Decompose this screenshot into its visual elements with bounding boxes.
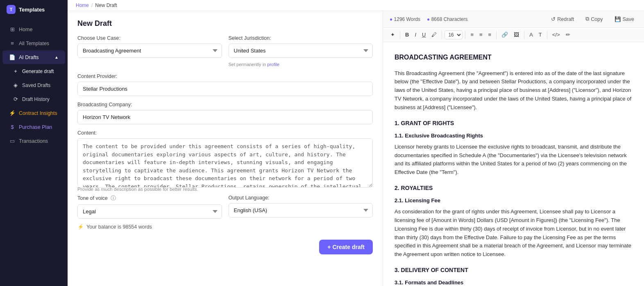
sidebar-item-all-templates-label: All Templates	[19, 41, 49, 46]
font-size-select[interactable]: 16	[444, 30, 463, 39]
tone-info-icon[interactable]: ⓘ	[111, 195, 116, 201]
sidebar-item-saved-drafts[interactable]: ◈ Saved Drafts	[6, 78, 65, 92]
jurisdiction-label: Select Jurisdiction:	[229, 35, 373, 41]
page-title: New Draft	[77, 19, 373, 28]
italic-btn[interactable]: I	[412, 30, 419, 39]
dollar-icon: $	[9, 124, 16, 130]
sidebar-item-transactions[interactable]: ▭ Transactions	[2, 134, 65, 148]
use-case-label: Choose Use Case:	[77, 35, 222, 41]
sidebar-item-draft-history-label: Draft History	[22, 96, 50, 102]
doc-intro: This Broadcasting Agreement (the "Agreem…	[395, 69, 633, 112]
create-draft-button[interactable]: + Create draft	[319, 240, 373, 254]
code-btn[interactable]: </>	[550, 30, 562, 39]
underline-btn[interactable]: U	[420, 30, 428, 39]
copy-button[interactable]: ⧉ Copy	[582, 14, 606, 24]
ordered-list-btn[interactable]: ≡	[477, 30, 485, 39]
doc-icon: 📄	[9, 54, 16, 60]
logo-icon: T	[7, 5, 16, 14]
doc-subsection-1-1-title: 1.1. Exclusive Broadcasting Rights	[395, 132, 633, 140]
content-label: Content:	[77, 130, 373, 136]
sidebar-item-contract-insights-label: Contract Insights	[19, 110, 57, 116]
link-btn[interactable]: 🔗	[499, 30, 510, 39]
lightning-balance-icon: ⚡	[77, 224, 84, 230]
breadcrumb-separator: /	[91, 2, 93, 8]
bold-btn[interactable]: B	[403, 30, 411, 39]
content-group: Content: The content to be provided unde…	[77, 130, 373, 192]
output-language-select[interactable]: English (USA)	[229, 203, 373, 217]
align-btn[interactable]: ≡	[486, 30, 494, 39]
breadcrumb-home-link[interactable]: Home	[76, 2, 89, 8]
doc-section-2-title: 2. ROYALTIES	[395, 183, 633, 192]
save-button[interactable]: 💾 Save	[611, 14, 638, 24]
doc-stats: ● 1296 Words ● 8668 Characters	[390, 16, 467, 22]
doc-content[interactable]: BROADCASTING AGREEMENT This Broadcasting…	[383, 42, 644, 286]
draw-btn[interactable]: ✏	[563, 30, 573, 39]
redraft-button[interactable]: ↺ Redraft	[548, 14, 577, 24]
breadcrumb: Home / New Draft	[68, 0, 644, 11]
sidebar-item-ai-drafts[interactable]: 📄 AI Drafts ▲	[2, 50, 65, 64]
text-color-btn[interactable]: A	[527, 30, 535, 39]
text-style-btn[interactable]: T	[536, 30, 544, 39]
doc-toolbar-top: ● 1296 Words ● 8668 Characters ↺ Redraft…	[383, 11, 644, 27]
magic-icon: ✦	[390, 32, 395, 38]
doc-title: BROADCASTING AGREEMENT	[395, 52, 633, 63]
balance-text: Your balance is 98554 words	[86, 224, 152, 230]
tone-select[interactable]: Legal	[77, 204, 222, 219]
image-btn[interactable]: 🖼	[511, 30, 522, 39]
breadcrumb-current: New Draft	[95, 2, 117, 8]
home-icon: ⊞	[9, 26, 16, 32]
sidebar-item-purchase-plan-label: Purchase Plan	[19, 124, 52, 130]
sidebar-sub-ai-drafts: + Generate draft ◈ Saved Drafts ⟳ Draft …	[0, 64, 68, 106]
sidebar-item-ai-drafts-label: AI Drafts	[19, 55, 39, 60]
content-provider-group: Content Provider:	[77, 73, 373, 96]
broadcasting-company-input[interactable]	[77, 110, 373, 124]
sidebar-item-all-templates[interactable]: ≡ All Templates	[2, 37, 65, 50]
sidebar-item-contract-insights[interactable]: ⚡ Contract Insights	[2, 106, 65, 120]
content-textarea[interactable]: The content to be provided under this ag…	[77, 138, 373, 188]
word-count: ● 1296 Words	[390, 16, 420, 22]
copy-icon: ⧉	[585, 16, 589, 22]
doc-subsection-2-1-title: 2.1. Licensing Fee	[395, 197, 633, 205]
redraft-icon: ↺	[551, 16, 556, 22]
doc-section-3-title: 3. DELIVERY OF CONTENT	[395, 265, 633, 275]
divider-4	[496, 31, 497, 39]
content-provider-input[interactable]	[77, 82, 373, 96]
plus-icon: +	[12, 68, 19, 74]
lightning-icon: ⚡	[9, 110, 16, 116]
bottom-options-row: Tone of voice ⓘ Legal Output Language: E…	[77, 195, 373, 219]
divider-2	[442, 31, 442, 39]
history-icon: ⟳	[12, 96, 19, 102]
sidebar-nav: ⊞ Home ≡ All Templates 📄 AI Drafts ▲ + G…	[0, 19, 68, 286]
chevron-up-icon: ▲	[54, 55, 59, 59]
save-icon: 💾	[615, 16, 621, 22]
content-provider-label: Content Provider:	[77, 73, 373, 79]
sidebar-logo-text: Templates	[19, 7, 45, 13]
main-content: Home / New Draft New Draft Choose Use Ca…	[68, 0, 644, 286]
form-panel: New Draft Choose Use Case: Broadcasting …	[68, 11, 383, 286]
divider-1	[400, 31, 400, 39]
bookmark-icon: ◈	[12, 82, 19, 88]
content-hint: Provide as much description as possible …	[77, 187, 373, 192]
divider-5	[524, 31, 524, 39]
use-case-select[interactable]: Broadcasting Agreement	[77, 43, 222, 58]
sidebar-item-draft-history[interactable]: ⟳ Draft History	[6, 92, 65, 106]
output-language-group: Output Language: English (USA)	[229, 195, 373, 219]
strikethrough-btn[interactable]: 🖊	[429, 30, 439, 39]
broadcasting-company-label: Broadcasting Company:	[77, 102, 373, 108]
doc-format-bar: ✦ B I U 🖊 16 ≡ ≡ ≡ 🔗 🖼 A T	[383, 27, 644, 42]
broadcasting-company-group: Broadcasting Company:	[77, 102, 373, 124]
jurisdiction-select[interactable]: United States	[229, 43, 373, 58]
sidebar-item-home-label: Home	[19, 27, 32, 32]
sidebar-item-purchase-plan[interactable]: $ Purchase Plan	[2, 120, 65, 134]
unordered-list-btn[interactable]: ≡	[468, 30, 476, 39]
sidebar-item-home[interactable]: ⊞ Home	[2, 23, 65, 36]
magic-format-btn[interactable]: ✦	[388, 30, 397, 39]
doc-subsection-2-1-body: As consideration for the grant of rights…	[395, 208, 633, 259]
content-area: New Draft Choose Use Case: Broadcasting …	[68, 11, 644, 286]
card-icon: ▭	[9, 138, 16, 144]
divider-6	[547, 31, 547, 39]
doc-section-1-title: 1. GRANT OF RIGHTS	[395, 119, 633, 128]
sidebar-item-transactions-label: Transactions	[19, 138, 48, 144]
sidebar-item-generate-draft[interactable]: + Generate draft	[6, 64, 65, 78]
grid-icon: ≡	[9, 40, 16, 46]
